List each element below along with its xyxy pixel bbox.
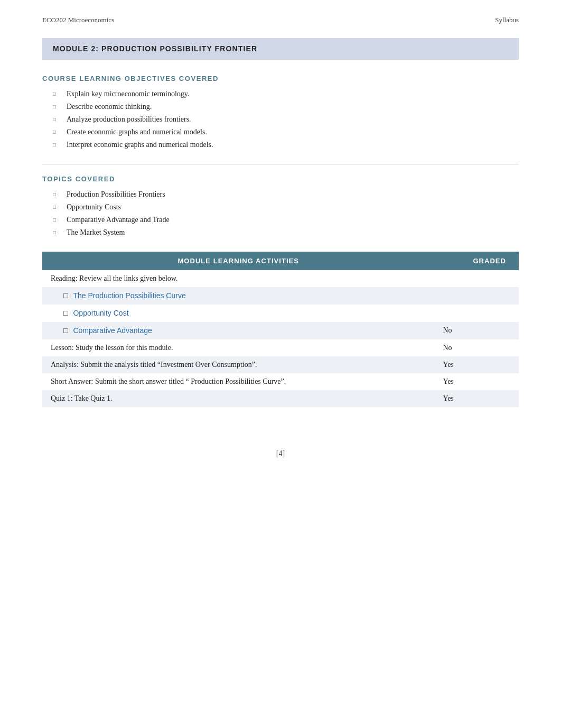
course-objectives-heading: COURSE LEARNING OBJECTIVES COVERED xyxy=(42,75,519,82)
divider-1 xyxy=(42,164,519,164)
list-item: □The Market System xyxy=(53,228,519,237)
page-number: [4] xyxy=(276,449,285,457)
topics-section: TOPICS COVERED □Production Possibilities… xyxy=(42,175,519,237)
col-graded: GRADED xyxy=(434,252,519,270)
module-title-box: MODULE 2: PRODUCTION POSSIBILITY FRONTIE… xyxy=(42,38,519,60)
bullet-icon: □ xyxy=(53,129,62,135)
graded-cell: Yes xyxy=(434,356,519,373)
reading-link[interactable]: Comparative Advantage xyxy=(73,326,152,335)
list-item: □Interpret economic graphs and numerical… xyxy=(53,141,519,149)
bullet-icon: □ xyxy=(53,217,62,223)
bullet-icon: □ xyxy=(53,204,62,210)
table-row: Lesson: Study the lesson for this module… xyxy=(42,339,519,356)
list-item: □Create economic graphs and numerical mo… xyxy=(53,128,519,136)
graded-cell xyxy=(434,305,519,322)
graded-cell: No xyxy=(434,322,519,339)
list-item: □Explain key microeconomic terminology. xyxy=(53,90,519,98)
list-item: □Describe economic thinking. xyxy=(53,103,519,111)
bullet-icon: □ xyxy=(53,104,62,109)
list-item: □Comparative Advantage and Trade xyxy=(53,216,519,224)
bullet-icon: □ xyxy=(63,327,68,335)
table-row: Reading: Review all the links given belo… xyxy=(42,270,519,287)
activity-cell: Reading: Review all the links given belo… xyxy=(42,270,434,287)
course-objectives-list: □Explain key microeconomic terminology.□… xyxy=(42,90,519,149)
reading-link[interactable]: Opportunity Cost xyxy=(73,309,128,317)
table-header-row: MODULE LEARNING ACTIVITIES GRADED xyxy=(42,252,519,270)
bullet-icon: □ xyxy=(53,229,62,235)
activity-cell: Short Answer: Submit the short answer ti… xyxy=(42,373,434,390)
header-right: Syllabus xyxy=(495,16,519,24)
bullet-icon: □ xyxy=(53,191,62,197)
graded-cell xyxy=(434,270,519,287)
topics-list: □Production Possibilities Frontiers□Oppo… xyxy=(42,190,519,237)
table-row: Short Answer: Submit the short answer ti… xyxy=(42,373,519,390)
table-body: Reading: Review all the links given belo… xyxy=(42,270,519,407)
link-cell: □Comparative Advantage xyxy=(42,322,434,339)
reading-link[interactable]: The Production Possibilities Curve xyxy=(73,291,185,300)
graded-cell xyxy=(434,287,519,305)
activity-cell: Analysis: Submit the analysis titled “In… xyxy=(42,356,434,373)
list-item: □Opportunity Costs xyxy=(53,203,519,211)
page-header: ECO202 Microeconomics Syllabus xyxy=(42,16,519,29)
page-footer: [4] xyxy=(42,449,519,458)
link-cell: □The Production Possibilities Curve xyxy=(42,287,434,305)
col-activities: MODULE LEARNING ACTIVITIES xyxy=(42,252,434,270)
bullet-icon: □ xyxy=(53,116,62,122)
activity-cell: Quiz 1: Take Quiz 1. xyxy=(42,390,434,407)
link-cell: □Opportunity Cost xyxy=(42,305,434,322)
graded-cell: Yes xyxy=(434,373,519,390)
list-item: □Analyze production possibilities fronti… xyxy=(53,115,519,124)
bullet-icon: □ xyxy=(53,91,62,97)
topics-heading: TOPICS COVERED xyxy=(42,175,519,183)
bullet-icon: □ xyxy=(53,142,62,148)
page: ECO202 Microeconomics Syllabus MODULE 2:… xyxy=(0,0,561,728)
graded-cell: Yes xyxy=(434,390,519,407)
graded-cell: No xyxy=(434,339,519,356)
list-item: □Production Possibilities Frontiers xyxy=(53,190,519,199)
bullet-icon: □ xyxy=(63,309,68,317)
activity-cell: Lesson: Study the lesson for this module… xyxy=(42,339,434,356)
module-title: MODULE 2: PRODUCTION POSSIBILITY FRONTIE… xyxy=(53,44,257,53)
table-row: □Opportunity Cost xyxy=(42,305,519,322)
table-row: □Comparative AdvantageNo xyxy=(42,322,519,339)
table-row: Quiz 1: Take Quiz 1.Yes xyxy=(42,390,519,407)
activities-table: MODULE LEARNING ACTIVITIES GRADED Readin… xyxy=(42,252,519,407)
course-objectives-section: COURSE LEARNING OBJECTIVES COVERED □Expl… xyxy=(42,75,519,149)
header-left: ECO202 Microeconomics xyxy=(42,16,114,24)
table-row: Analysis: Submit the analysis titled “In… xyxy=(42,356,519,373)
table-row: □The Production Possibilities Curve xyxy=(42,287,519,305)
bullet-icon: □ xyxy=(63,292,68,300)
